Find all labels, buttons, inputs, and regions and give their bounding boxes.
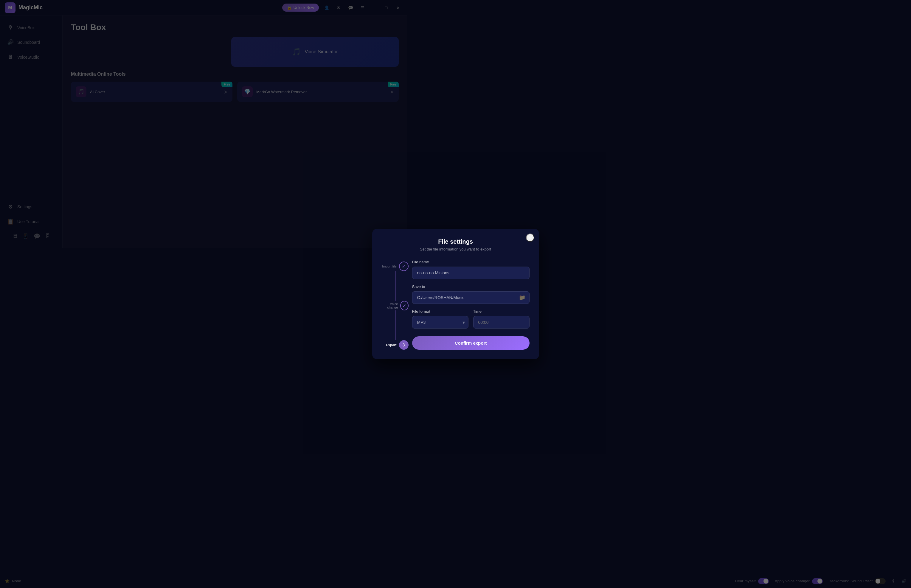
modal-subtitle: Set the file information you want to exp… bbox=[382, 247, 408, 251]
modal-overlay: ✕ File settings Set the file information… bbox=[0, 0, 407, 262]
step1-node: ✓ bbox=[399, 262, 408, 262]
step1-row: Import file ✓ bbox=[382, 262, 408, 262]
modal-title: File settings bbox=[382, 238, 408, 245]
wizard-container: Import file ✓ Voice change ✓ Export 3 bbox=[382, 260, 408, 262]
wizard-steps-col: Import file ✓ Voice change ✓ Export 3 bbox=[382, 260, 408, 262]
file-settings-modal: ✕ File settings Set the file information… bbox=[372, 229, 408, 262]
